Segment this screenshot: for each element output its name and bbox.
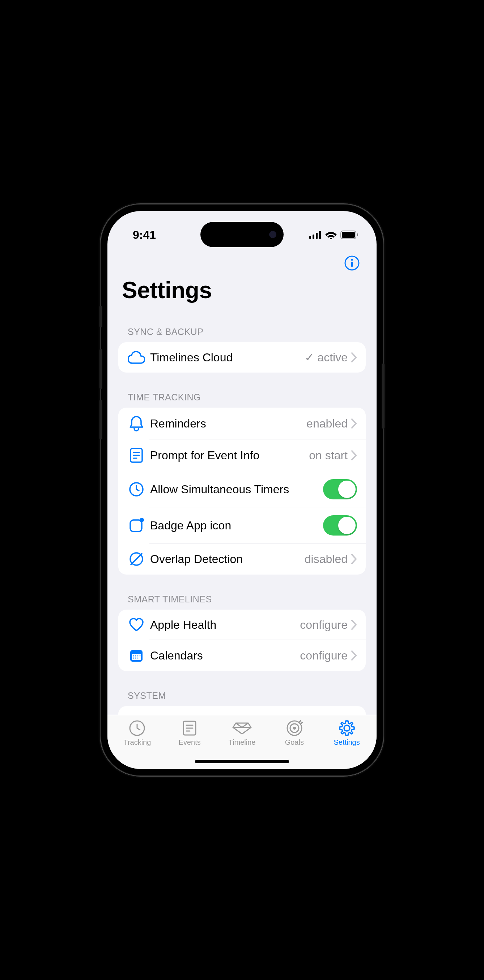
- toggle-badge-app-icon[interactable]: [323, 515, 357, 536]
- row-apple-watch[interactable]: Apple Watch: [118, 706, 366, 715]
- svg-point-36: [293, 727, 296, 730]
- chevron-right-icon: [351, 554, 357, 564]
- svg-rect-2: [316, 233, 318, 239]
- svg-rect-20: [132, 654, 141, 660]
- row-prompt-event-info[interactable]: Prompt for Event Info on start: [118, 439, 366, 471]
- svg-point-22: [135, 655, 136, 657]
- row-reminders[interactable]: Reminders enabled: [118, 407, 366, 439]
- svg-rect-3: [319, 231, 321, 239]
- section-group-tracking: Reminders enabled Prompt for Event Info …: [118, 407, 366, 574]
- calendar-icon: [125, 648, 148, 663]
- svg-point-37: [344, 725, 350, 731]
- svg-point-23: [137, 655, 139, 657]
- content-area[interactable]: Settings SYNC & BACKUP Timelines Cloud a…: [107, 247, 377, 715]
- tab-label: Events: [179, 738, 201, 746]
- svg-point-16: [140, 518, 144, 522]
- section-header-system: SYSTEM: [118, 682, 366, 706]
- row-label: Allow Simultaneous Timers: [148, 483, 323, 496]
- home-indicator[interactable]: [195, 760, 289, 763]
- clock-icon: [125, 482, 148, 497]
- section-group-sync: Timelines Cloud active: [118, 342, 366, 372]
- row-value: configure: [300, 649, 348, 662]
- info-button[interactable]: [343, 255, 361, 272]
- row-value: on start: [309, 449, 348, 462]
- svg-rect-5: [342, 232, 355, 238]
- status-indicators: [309, 231, 358, 239]
- diamond-icon: [232, 719, 252, 737]
- screen: 9:41 Settings: [107, 211, 377, 769]
- row-label: Timelines Cloud: [148, 351, 305, 364]
- list-icon: [182, 719, 197, 737]
- page-title: Settings: [118, 274, 366, 318]
- chevron-right-icon: [351, 418, 357, 429]
- clock-outline-icon: [129, 719, 145, 737]
- side-button: [99, 400, 102, 439]
- info-icon: [344, 256, 359, 270]
- tab-label: Tracking: [123, 738, 151, 746]
- row-label: Prompt for Event Info: [148, 449, 309, 462]
- row-label: Calendars: [148, 649, 300, 662]
- app-badge-icon: [125, 518, 148, 533]
- chevron-right-icon: [351, 352, 357, 363]
- tab-timeline[interactable]: Timeline: [216, 719, 268, 746]
- row-overlap-detection[interactable]: Overlap Detection disabled: [118, 544, 366, 574]
- svg-rect-6: [357, 234, 358, 236]
- tab-label: Goals: [285, 738, 304, 746]
- section-group-system: Apple Watch: [118, 706, 366, 715]
- row-simultaneous-timers: Allow Simultaneous Timers: [118, 471, 366, 508]
- circle-slash-icon: [125, 551, 148, 566]
- heart-icon: [125, 617, 148, 632]
- row-label: Apple Health: [148, 618, 300, 632]
- nav-header: [118, 247, 366, 274]
- svg-rect-9: [351, 262, 353, 267]
- row-label: Badge App icon: [148, 519, 323, 532]
- gear-icon: [339, 719, 355, 737]
- svg-point-25: [133, 658, 134, 659]
- status-time: 9:41: [126, 228, 156, 242]
- row-value: enabled: [307, 417, 348, 430]
- row-timelines-cloud[interactable]: Timelines Cloud active: [118, 342, 366, 372]
- svg-rect-15: [130, 520, 142, 531]
- section-group-smart: Apple Health configure Calendars configu…: [118, 609, 366, 671]
- svg-rect-1: [313, 234, 314, 239]
- row-value: disabled: [305, 552, 348, 566]
- note-icon: [125, 447, 148, 463]
- side-button: [99, 349, 102, 389]
- section-header-sync: SYNC & BACKUP: [118, 318, 366, 342]
- row-value: active: [305, 350, 348, 364]
- device-frame: 9:41 Settings: [101, 205, 383, 775]
- tab-label: Settings: [334, 738, 359, 746]
- cellular-icon: [309, 231, 321, 239]
- svg-point-26: [135, 658, 136, 659]
- bell-icon: [125, 415, 148, 431]
- svg-point-8: [351, 259, 353, 261]
- tab-settings[interactable]: Settings: [321, 719, 373, 746]
- toggle-simultaneous-timers[interactable]: [323, 479, 357, 500]
- row-apple-health[interactable]: Apple Health configure: [118, 609, 366, 640]
- row-label: Reminders: [148, 417, 307, 430]
- row-value: configure: [300, 618, 348, 632]
- watch-icon: [125, 714, 148, 715]
- svg-line-18: [131, 554, 142, 565]
- chevron-right-icon: [351, 450, 357, 460]
- row-label: Overlap Detection: [148, 552, 305, 566]
- row-badge-app-icon: Badge App icon: [118, 508, 366, 544]
- battery-icon: [340, 231, 358, 239]
- svg-point-21: [133, 655, 134, 657]
- svg-rect-0: [309, 236, 311, 239]
- cloud-icon: [125, 351, 148, 364]
- side-button: [99, 306, 102, 328]
- chevron-right-icon: [351, 620, 357, 630]
- tab-label: Timeline: [228, 738, 256, 746]
- tab-goals[interactable]: Goals: [268, 719, 321, 746]
- dynamic-island: [200, 222, 284, 247]
- tab-events[interactable]: Events: [163, 719, 216, 746]
- svg-point-24: [140, 655, 141, 657]
- section-header-tracking: TIME TRACKING: [118, 383, 366, 407]
- row-calendars[interactable]: Calendars configure: [118, 640, 366, 671]
- wifi-icon: [325, 231, 337, 239]
- svg-point-27: [137, 658, 139, 659]
- tab-tracking[interactable]: Tracking: [111, 719, 163, 746]
- side-button: [382, 364, 385, 429]
- section-header-smart: SMART TIMELINES: [118, 585, 366, 609]
